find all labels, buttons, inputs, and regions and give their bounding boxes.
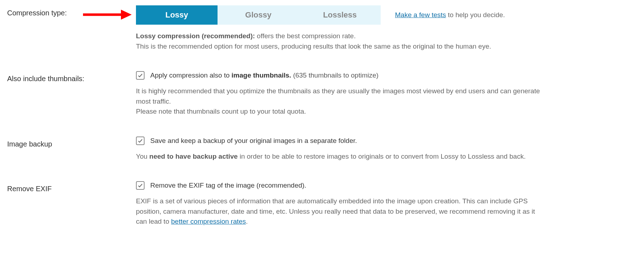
backup-desc-after: in order to be able to restore images to… bbox=[238, 153, 526, 160]
exif-check-row: Remove the EXIF tag of the image (recomm… bbox=[136, 181, 637, 190]
thumbnails-desc: It is highly recommended that you optimi… bbox=[136, 86, 547, 117]
check-icon bbox=[137, 183, 143, 188]
exif-label: Remove EXIF bbox=[7, 185, 52, 193]
make-tests-link[interactable]: Make a few tests bbox=[395, 11, 446, 19]
backup-check-row: Save and keep a backup of your original … bbox=[136, 137, 637, 145]
exif-check-label: Remove the EXIF tag of the image (recomm… bbox=[150, 182, 306, 189]
thumbnails-check-bold: image thumbnails. bbox=[231, 71, 291, 79]
tab-glossy[interactable]: Glossy bbox=[218, 5, 299, 25]
tab-lossless[interactable]: Lossless bbox=[299, 5, 381, 25]
thumbnails-check-pre: Apply compression also to bbox=[150, 71, 231, 79]
compression-help-right: Make a few tests to help you decide. bbox=[395, 11, 505, 19]
thumbnails-label: Also include thumbnails: bbox=[7, 75, 84, 83]
thumbnails-desc1: It is highly recommended that you optimi… bbox=[136, 87, 540, 105]
backup-checkbox[interactable] bbox=[136, 137, 145, 145]
thumbnails-desc2: Please note that thumbnails count up to … bbox=[136, 108, 306, 115]
backup-desc-bold: need to have backup active bbox=[149, 153, 238, 160]
compression-tabs: Lossy Glossy Lossless bbox=[136, 5, 381, 25]
compression-type-row: Compression type: Lossy Glossy Lossless … bbox=[7, 5, 637, 51]
backup-row: Image backup Save and keep a backup of y… bbox=[7, 137, 637, 162]
exif-checkbox[interactable] bbox=[136, 181, 145, 190]
svg-marker-1 bbox=[121, 10, 132, 20]
thumbnails-checkbox[interactable] bbox=[136, 71, 145, 80]
compression-desc-bold: Lossy compression (recommended): bbox=[136, 32, 255, 40]
thumbnails-row: Also include thumbnails: Apply compressi… bbox=[7, 71, 637, 117]
compression-desc-line2: This is the recommended option for most … bbox=[136, 43, 491, 50]
check-icon bbox=[137, 138, 143, 144]
compression-tabs-wrap: Lossy Glossy Lossless Make a few tests t… bbox=[136, 5, 637, 25]
compression-desc: Lossy compression (recommended): offers … bbox=[136, 31, 547, 51]
backup-desc-pre: You bbox=[136, 153, 149, 160]
backup-label: Image backup bbox=[7, 140, 52, 148]
exif-desc: EXIF is a set of various pieces of infor… bbox=[136, 196, 547, 227]
thumbnails-count: (635 thumbnails to optimize) bbox=[293, 71, 379, 79]
exif-row: Remove EXIF Remove the EXIF tag of the i… bbox=[7, 181, 637, 227]
tab-lossy[interactable]: Lossy bbox=[136, 5, 218, 25]
check-icon bbox=[137, 73, 143, 78]
make-tests-after: to help you decide. bbox=[446, 11, 505, 19]
backup-desc: You need to have backup active in order … bbox=[136, 152, 547, 162]
thumbnails-check-row: Apply compression also to image thumbnai… bbox=[136, 71, 637, 80]
backup-check-label: Save and keep a backup of your original … bbox=[150, 137, 357, 145]
compression-type-label: Compression type: bbox=[7, 9, 67, 17]
compression-desc-after: offers the best compression rate. bbox=[255, 32, 356, 40]
arrow-right-icon bbox=[82, 8, 132, 21]
exif-desc-after: . bbox=[246, 218, 248, 225]
better-compression-link[interactable]: better compression rates bbox=[171, 218, 246, 225]
thumbnails-check-label: Apply compression also to image thumbnai… bbox=[150, 71, 379, 79]
